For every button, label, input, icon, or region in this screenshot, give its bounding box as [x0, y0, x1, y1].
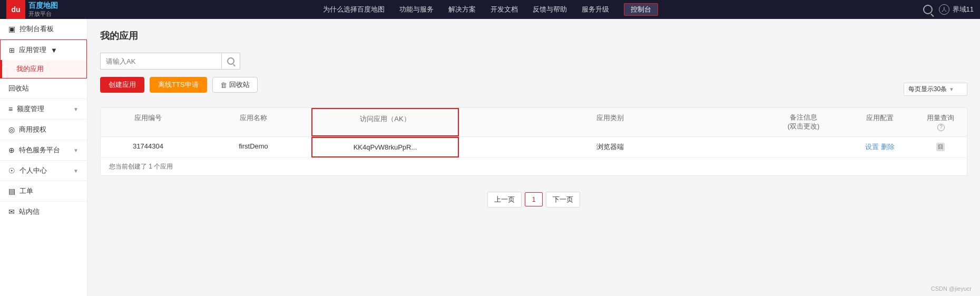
- cell-remark[interactable]: [761, 137, 846, 157]
- watermark: CSDN @jieyucr: [931, 285, 972, 292]
- tools-icon: ▤: [8, 187, 15, 195]
- logo-icon: du: [6, 0, 25, 19]
- personal-chevron-icon: ▼: [73, 168, 79, 174]
- quota-chevron-icon: ▼: [73, 106, 79, 112]
- col-header-app-name: 应用名称: [195, 108, 311, 136]
- offline-tts-button[interactable]: 离线TTS申请: [150, 77, 207, 93]
- user-avatar-icon: 人: [939, 4, 949, 15]
- per-page-selector[interactable]: 每页显示30条 ▼: [904, 83, 967, 96]
- user-label: 界域11: [953, 5, 974, 14]
- search-input[interactable]: [100, 53, 221, 70]
- sidebar-item-dashboard[interactable]: ▣ 控制台看板: [0, 19, 87, 39]
- cell-config: 设置 删除: [846, 137, 914, 157]
- dashboard-icon: ▣: [8, 25, 15, 33]
- user-info[interactable]: 人 界域11: [939, 4, 974, 15]
- top-search-icon[interactable]: [923, 5, 933, 14]
- sidebar-section-app-management: ⊞ 应用管理 ▼ 我的应用: [0, 40, 87, 78]
- col-header-app-type: 应用类别: [459, 108, 761, 136]
- sidebar-item-quota[interactable]: ≡ 额度管理 ▼: [0, 99, 87, 119]
- chevron-down-icon: ▼: [51, 46, 57, 54]
- personal-icon: ☉: [8, 166, 15, 175]
- config-del-link[interactable]: 删除: [881, 143, 895, 151]
- table-header: 应用编号 应用名称 访问应用（AK） 应用类别 备注信息 (双击更改) 应用配置…: [101, 108, 967, 137]
- logo-text-area: 百度地图 开放平台: [28, 1, 58, 18]
- sidebar-label-special: 特色服务平台: [19, 145, 60, 155]
- sidebar-label-quota: 额度管理: [17, 104, 44, 114]
- prev-page-button[interactable]: 上一页: [487, 192, 522, 208]
- sidebar-label-tools: 工单: [19, 186, 33, 196]
- sidebar-item-inbox[interactable]: ✉ 站内信: [0, 202, 87, 222]
- cell-app-type: 浏览器端: [459, 137, 761, 157]
- nav-features[interactable]: 功能与服务: [399, 5, 434, 14]
- cell-app-no: 31744304: [101, 137, 195, 157]
- col-header-usage: 用量查询 ?: [914, 108, 967, 136]
- action-bar: 创建应用 离线TTS申请 🗑 回收站: [100, 77, 258, 93]
- col-header-ak: 访问应用（AK）: [311, 108, 459, 136]
- app-table: 应用编号 应用名称 访问应用（AK） 应用类别 备注信息 (双击更改) 应用配置…: [100, 107, 967, 176]
- recycle-button[interactable]: 🗑 回收站: [212, 77, 258, 93]
- sidebar-item-business[interactable]: ◎ 商用授权: [0, 120, 87, 140]
- top-nav-links: 为什么选择百度地图 功能与服务 解决方案 开发文档 反馈与帮助 服务升级 控制台: [323, 3, 658, 16]
- usage-chart-icon[interactable]: 囧: [936, 143, 945, 151]
- col-header-config: 应用配置: [846, 108, 914, 136]
- usage-help-icon[interactable]: ?: [937, 124, 945, 131]
- pagination: 上一页 1 下一页: [100, 192, 967, 208]
- top-nav-right: 人 界域11: [923, 4, 974, 15]
- logo-area: du 百度地图 开放平台: [6, 0, 58, 19]
- nav-console[interactable]: 控制台: [624, 3, 658, 16]
- cell-ak: KK4qPvW8rkuPpR...: [311, 137, 459, 157]
- next-page-button[interactable]: 下一页: [546, 192, 580, 208]
- search-icon: [227, 57, 234, 65]
- page-1-button[interactable]: 1: [525, 192, 542, 206]
- sidebar: ▣ 控制台看板 ⊞ 应用管理 ▼ 我的应用 回收站 ≡ 额度管理 ▼ ◎: [0, 19, 87, 296]
- table-row: 31744304 firstDemo KK4qPvW8rkuPpR... 浏览器…: [101, 137, 967, 158]
- search-bar: [100, 53, 967, 70]
- main-layout: ▣ 控制台看板 ⊞ 应用管理 ▼ 我的应用 回收站 ≡ 额度管理 ▼ ◎: [0, 19, 980, 296]
- nav-docs[interactable]: 开发文档: [491, 5, 518, 14]
- sidebar-label-personal: 个人中心: [19, 166, 47, 175]
- per-page-label: 每页显示30条: [908, 85, 947, 94]
- special-chevron-icon: ▼: [73, 147, 79, 153]
- create-app-button[interactable]: 创建应用: [100, 77, 144, 93]
- page-title: 我的应用: [100, 29, 967, 42]
- per-page-chevron-icon: ▼: [949, 86, 954, 92]
- search-button[interactable]: [221, 53, 240, 70]
- col-header-app-no: 应用编号: [101, 108, 195, 136]
- quota-icon: ≡: [8, 105, 13, 113]
- top-nav: du 百度地图 开放平台 为什么选择百度地图 功能与服务 解决方案 开发文档 反…: [0, 0, 980, 19]
- sidebar-label-recycle: 回收站: [8, 84, 29, 93]
- sidebar-item-my-apps[interactable]: 我的应用: [1, 60, 86, 78]
- col-header-remark: 备注信息 (双击更改): [761, 108, 846, 136]
- nav-solutions[interactable]: 解决方案: [448, 5, 476, 14]
- sidebar-label-my-apps: 我的应用: [16, 65, 44, 73]
- business-icon: ◎: [8, 125, 15, 134]
- sidebar-item-recycle[interactable]: 回收站: [0, 78, 87, 98]
- special-icon: ⊕: [8, 146, 15, 154]
- recycle-icon: 🗑: [220, 81, 227, 89]
- cell-app-name: firstDemo: [195, 137, 311, 157]
- sidebar-item-tools[interactable]: ▤ 工单: [0, 181, 87, 201]
- sidebar-item-personal[interactable]: ☉ 个人中心 ▼: [0, 161, 87, 181]
- sidebar-label-app-management: 应用管理: [19, 45, 46, 55]
- inbox-icon: ✉: [8, 208, 15, 216]
- table-footer: 您当前创建了 1 个应用: [101, 158, 967, 175]
- sidebar-item-special[interactable]: ⊕ 特色服务平台 ▼: [0, 140, 87, 160]
- sidebar-item-app-management[interactable]: ⊞ 应用管理 ▼: [1, 40, 86, 60]
- nav-service-upgrade[interactable]: 服务升级: [582, 5, 609, 14]
- app-management-icon: ⊞: [9, 46, 15, 54]
- sidebar-label-dashboard: 控制台看板: [19, 24, 54, 34]
- sidebar-label-business: 商用授权: [19, 125, 46, 134]
- config-set-link[interactable]: 设置: [865, 143, 879, 151]
- cell-usage: 囧: [914, 137, 967, 157]
- main-content: 我的应用 创建应用 离线TTS申请 🗑 回收站 每页显示30条 ▼: [87, 19, 980, 296]
- sidebar-label-inbox: 站内信: [19, 207, 40, 216]
- nav-why-baidu[interactable]: 为什么选择百度地图: [323, 5, 385, 14]
- nav-feedback[interactable]: 反馈与帮助: [533, 5, 567, 14]
